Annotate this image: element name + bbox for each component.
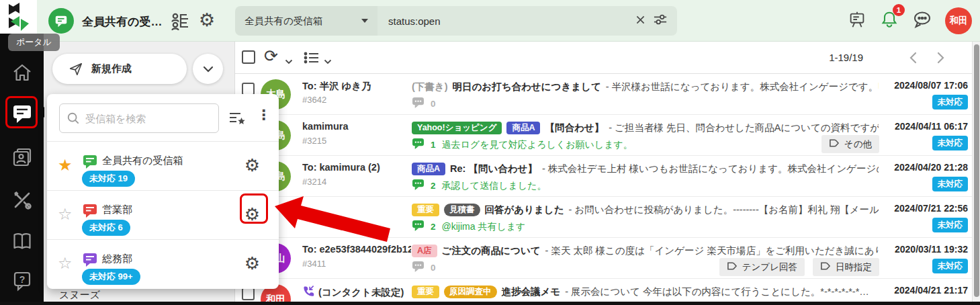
pending-count-badge: 未対応 6 [82,220,130,236]
status-badge: 未対応 [932,177,969,191]
message-date: 2024/04/20 21:28 [894,162,968,173]
message-row[interactable]: 重要見積書回答がありました - お問い合わせに投稿がありました。--------… [235,197,980,238]
inbox-chat-icon [82,153,98,172]
kebab-menu-icon[interactable]: ⋮ [257,106,271,124]
chevron-down-icon [203,66,214,73]
refresh-options-chevron-icon[interactable] [285,55,293,67]
favorites-filter-icon[interactable] [228,111,246,128]
subject-line: 商品ARe: 【問い合わせ】 - 株式会社デモ上村 様いつもお世話になっておりま… [412,161,879,177]
comment-line: 0 [412,261,436,275]
inbox-settings-gear-icon[interactable]: ⚙ [244,253,260,273]
inbox-settings-gear-icon[interactable]: ⚙ [244,155,260,175]
prev-page-icon[interactable] [909,51,918,67]
compose-more-button[interactable] [193,54,223,84]
comment-line: 0 [412,97,436,111]
search-input[interactable] [377,15,635,27]
comment-bubble-icon [412,261,425,275]
recipient-name: To: e2e53f3844029f2b12e [302,244,411,255]
select-all-checkbox[interactable] [242,50,255,64]
contacts-icon[interactable] [10,145,34,169]
announcement-board-icon[interactable] [847,9,867,33]
pending-count-badge: 未対応 19 [82,171,135,187]
next-page-icon[interactable] [936,51,945,67]
pending-count-badge: 未対応 99+ [82,269,140,285]
chevron-down-icon [361,19,368,23]
tag-icon [727,261,738,273]
inbox-chat-icon [82,202,98,221]
favorite-star-icon[interactable]: ☆ [58,206,73,223]
message-preview: - 半沢様お世話になっております。株式会社インゲージです。明日… [606,81,879,93]
call-icon [302,285,315,300]
manual-book-icon[interactable] [10,229,34,253]
user-avatar[interactable]: 和田 [945,7,972,34]
app-logo[interactable] [0,0,37,34]
refresh-icon[interactable]: ⟳ [264,46,278,66]
inbox-list-item[interactable]: ☆総務部未対応 99+⚙ [47,239,279,288]
subject-line: 重要見積書回答がありました - お問い合わせに投稿がありました。--------… [412,202,879,218]
comment-line: 1過去ログを見て対応よろしくお願いします。 [412,138,633,152]
ticket-label: 商品A [412,163,445,175]
inbox-name: 営業部 [102,204,132,216]
comment-bubble-icon [412,138,425,152]
message-date: 2024/07/21 22:56 [894,203,968,214]
tag-icon [820,261,831,273]
tag-chip[interactable]: 日時指定 [813,258,879,276]
inbox-list: ★全員共有の受信箱未対応 19⚙☆営業部未対応 6⚙☆総務部未対応 99+⚙ [47,141,279,288]
current-inbox-icon [48,8,74,34]
row-checkbox[interactable] [242,288,255,300]
inbox-settings-gear-icon[interactable]: ⚙ [244,204,260,224]
ticket-number: #3214 [302,177,326,187]
snooze-section-label[interactable]: スヌーズ [59,289,100,302]
message-row[interactable]: 岡山To: e2e53f3844029f2b12e#3411A店ご注文の商品につ… [235,238,980,279]
svg-text:?: ? [19,274,26,285]
message-row[interactable]: 木島To: kamimura (2)#3214商品ARe: 【問い合わせ】 - … [235,156,980,197]
inbox-name: 総務部 [102,253,132,265]
message-subject: 回答がありました [485,204,564,216]
view-options-chevron-icon[interactable] [324,55,332,67]
search-scope-dropdown[interactable]: 全員共有の受信箱 [235,6,377,36]
search-filter-icon[interactable] [653,13,668,29]
draft-prefix: (下書き) [412,81,448,93]
ticket-label: Yahoo!ショッピング [412,122,502,134]
tag-group: その他 [821,135,879,153]
recipient-name: (コンタクト未設定) [302,285,411,300]
compose-button[interactable]: 新規作成 [52,54,187,84]
inbox-list-item[interactable]: ★全員共有の受信箱未対応 19⚙ [47,141,279,190]
recipient-name: kamimura [302,121,411,132]
recipient-text: To: 半沢 ゆき乃 [302,80,371,93]
comment-line: 2@kijima 共有します [412,220,525,234]
comment-count: 0 [431,99,436,109]
status-badge: 未対応 [932,95,969,110]
tag-chip[interactable]: その他 [821,135,879,153]
inbox-search-input[interactable] [85,113,199,124]
inbox-list-item[interactable]: ☆営業部未対応 6⚙ [47,190,279,239]
clear-search-icon[interactable] [635,14,646,28]
list-scrollbar[interactable] [972,42,980,305]
notification-bell-icon[interactable]: 1 [879,9,899,33]
message-row[interactable]: 木島kamimura#3215Yahoo!ショッピング商品A【問合わせ】 - ご… [235,115,980,156]
tag-chip[interactable]: テンプレ回答 [719,258,805,276]
favorite-star-icon[interactable]: ★ [58,157,73,174]
inbox-picker-card: ⋮ ★全員共有の受信箱未対応 19⚙☆営業部未対応 6⚙☆総務部未対応 99+⚙ [47,94,279,289]
tools-icon[interactable] [10,188,34,212]
portal-tooltip: ポータル [8,34,60,51]
message-row[interactable]: 木島To: 半沢 ゆき乃#3642(下書き)明日のお打ち合わせにつきまして - … [235,74,980,115]
chat-support-icon[interactable] [911,9,933,33]
help-icon[interactable]: ? [10,269,34,293]
ticket-label: 商品A [506,122,540,134]
ticket-label: 原因調査中 [444,286,497,298]
message-preview: - ご担当者様 先日、問合わせした商品Aについての資料ですが、送… [609,122,879,134]
message-subject: 明日のお打ち合わせにつきまして [453,81,601,93]
message-subject: 進捗会議メモ [502,286,561,298]
members-icon[interactable] [169,10,191,34]
scrollbar-thumb[interactable] [974,44,979,297]
comment-note: 過去ログを見て対応よろしくお願いします。 [442,139,633,151]
comment-count: 0 [431,263,436,273]
inbox-nav-icon[interactable] [10,101,34,126]
favorite-star-icon[interactable]: ☆ [58,255,73,272]
inbox-settings-gear-icon[interactable]: ⚙ [199,9,215,31]
view-options-icon[interactable] [304,51,320,67]
inbox-search-box[interactable] [59,103,219,133]
home-icon[interactable] [10,60,34,85]
inbox-name: 全員共有の受信箱 [102,155,183,167]
